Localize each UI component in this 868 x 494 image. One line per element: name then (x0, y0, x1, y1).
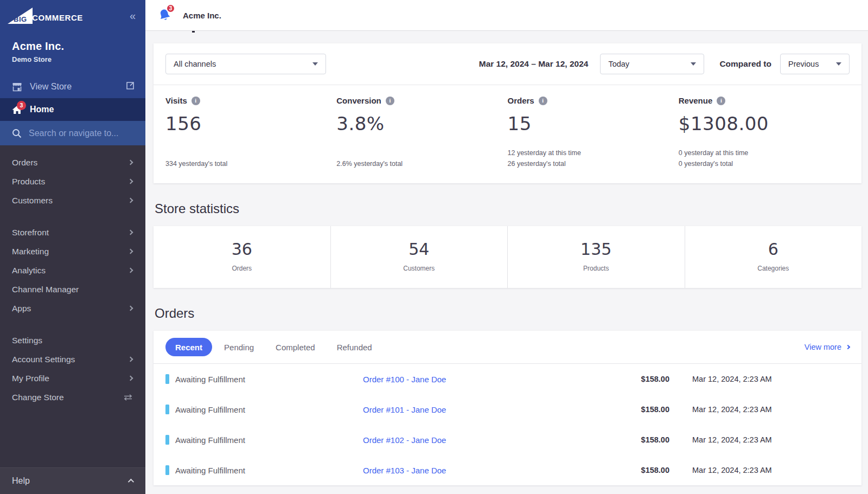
sidebar-item-apps[interactable]: Apps (0, 299, 145, 318)
sidebar-search[interactable] (0, 121, 145, 145)
menu-label: My Profile (12, 374, 49, 383)
stat-customers: 54 Customers (331, 226, 508, 288)
metric-value: 3.8% (336, 113, 507, 134)
tab-pending[interactable]: Pending (214, 338, 264, 356)
sidebar-item-settings[interactable]: Settings (0, 331, 145, 350)
sidebar-item-channel-manager[interactable]: Channel Manager (0, 280, 145, 299)
stat-value: 135 (508, 240, 685, 259)
search-input[interactable] (29, 129, 126, 138)
notifications-bell-icon[interactable]: 3 (157, 8, 172, 23)
chevron-right-icon (128, 160, 133, 165)
menu-label: Analytics (12, 266, 46, 275)
sidebar-item-analytics[interactable]: Analytics (0, 261, 145, 280)
menu-label: Marketing (12, 247, 49, 256)
bigcommerce-logo[interactable]: BIG COMMERCE (8, 8, 83, 24)
menu-label: Account Settings (12, 355, 75, 364)
info-icon[interactable] (192, 97, 200, 105)
sidebar-item-help[interactable]: Help (0, 467, 145, 494)
top-header: 3 Acme Inc. (145, 0, 868, 31)
menu-label: Apps (12, 304, 31, 313)
filters-row: All channels Mar 12, 2024 – Mar 12, 2024… (154, 43, 861, 85)
stat-label: Orders (154, 265, 330, 272)
metric-value: 15 (508, 113, 679, 134)
chevron-right-icon (128, 179, 133, 184)
chevron-right-icon (128, 306, 133, 311)
metric-sub-line (165, 147, 336, 158)
order-date: Mar 12, 2024, 2:23 AM (669, 435, 850, 444)
period-select-value: Today (608, 60, 629, 68)
order-date: Mar 12, 2024, 2:23 AM (669, 466, 850, 474)
menu-group-settings: Settings Account Settings My Profile Cha… (0, 331, 145, 407)
chevron-right-icon (846, 345, 850, 349)
order-amount: $158.00 (604, 466, 669, 474)
tab-recent[interactable]: Recent (165, 338, 212, 356)
sidebar-item-storefront[interactable]: Storefront (0, 223, 145, 242)
storefront-icon (12, 82, 22, 92)
order-link[interactable]: Order #103 - Jane Doe (363, 466, 604, 475)
sidebar-item-marketing[interactable]: Marketing (0, 242, 145, 261)
tab-refunded[interactable]: Refunded (327, 338, 382, 356)
logo-text-commerce: COMMERCE (32, 13, 83, 22)
stat-products: 135 Products (508, 226, 685, 288)
store-statistics-strip: 36 Orders 54 Customers 135 Products 6 Ca… (154, 226, 861, 288)
orders-tabs-row: Recent Pending Completed Refunded View m… (154, 331, 861, 364)
main-area: 3 Acme Inc. All channels Mar 12, 2024 – … (145, 0, 868, 494)
info-icon[interactable] (386, 97, 394, 105)
view-more-label: View more (805, 343, 841, 351)
stat-value: 36 (154, 240, 330, 259)
metrics-row: Visits 156 334 yesterday's total Convers… (154, 85, 861, 183)
store-statistics-title: Store statistics (155, 201, 861, 216)
sidebar-item-products[interactable]: Products (0, 172, 145, 191)
metric-label: Orders (508, 96, 534, 105)
info-icon[interactable] (539, 97, 547, 105)
chevron-right-icon (128, 268, 133, 273)
status-indicator (165, 465, 169, 475)
order-row: Awaiting Fulfillment Order #100 - Jane D… (154, 364, 861, 394)
swap-arrows-icon (124, 394, 132, 401)
logo-text-big: BIG (14, 15, 27, 23)
sidebar-item-change-store[interactable]: Change Store (0, 388, 145, 407)
help-label: Help (12, 476, 30, 486)
metric-sub-line: 2.6% yesterday's total (336, 158, 507, 169)
info-icon[interactable] (717, 97, 725, 105)
chevron-down-icon (691, 62, 696, 66)
scrolled-heading-remnant (192, 31, 195, 33)
view-store-label: View Store (30, 82, 72, 92)
notification-count-badge: 3 (166, 4, 175, 13)
stat-value: 54 (331, 240, 508, 259)
sidebar-item-home[interactable]: 3 Home (0, 98, 145, 121)
period-select[interactable]: Today (600, 54, 704, 74)
sidebar-item-view-store[interactable]: View Store (0, 75, 145, 98)
order-link[interactable]: Order #102 - Jane Doe (363, 435, 604, 445)
order-status: Awaiting Fulfillment (175, 435, 363, 445)
dashboard-content: All channels Mar 12, 2024 – Mar 12, 2024… (145, 31, 868, 494)
sidebar-collapse-icon[interactable] (130, 10, 136, 21)
sidebar-item-my-profile[interactable]: My Profile (0, 369, 145, 388)
chevron-down-icon (312, 62, 318, 66)
order-link[interactable]: Order #101 - Jane Doe (363, 405, 604, 414)
chevron-down-icon (836, 62, 841, 66)
metric-sub-line: 334 yesterday's total (165, 158, 336, 169)
order-date: Mar 12, 2024, 2:23 AM (669, 375, 850, 383)
view-more-link[interactable]: View more (805, 343, 850, 351)
tab-completed[interactable]: Completed (266, 338, 325, 356)
sidebar-item-account-settings[interactable]: Account Settings (0, 350, 145, 369)
home-label: Home (30, 105, 54, 114)
order-link[interactable]: Order #100 - Jane Doe (363, 375, 604, 384)
overview-panel: All channels Mar 12, 2024 – Mar 12, 2024… (154, 43, 861, 183)
status-indicator (165, 435, 169, 445)
channel-select-value: All channels (174, 60, 216, 68)
channel-select[interactable]: All channels (165, 54, 326, 74)
order-status: Awaiting Fulfillment (175, 466, 363, 475)
metric-conversion: Conversion 3.8% 2.6% yesterday's total (336, 96, 507, 169)
comparison-select[interactable]: Previous (780, 54, 850, 74)
metric-label: Visits (165, 96, 187, 105)
menu-label: Channel Manager (12, 285, 79, 294)
stat-label: Customers (331, 265, 508, 272)
stat-label: Products (508, 265, 685, 272)
store-identity: Acme Inc. Demo Store (0, 31, 145, 75)
sidebar-item-customers[interactable]: Customers (0, 191, 145, 210)
chevron-right-icon (128, 249, 133, 254)
metric-sub-line (336, 147, 507, 158)
sidebar-item-orders[interactable]: Orders (0, 153, 145, 172)
